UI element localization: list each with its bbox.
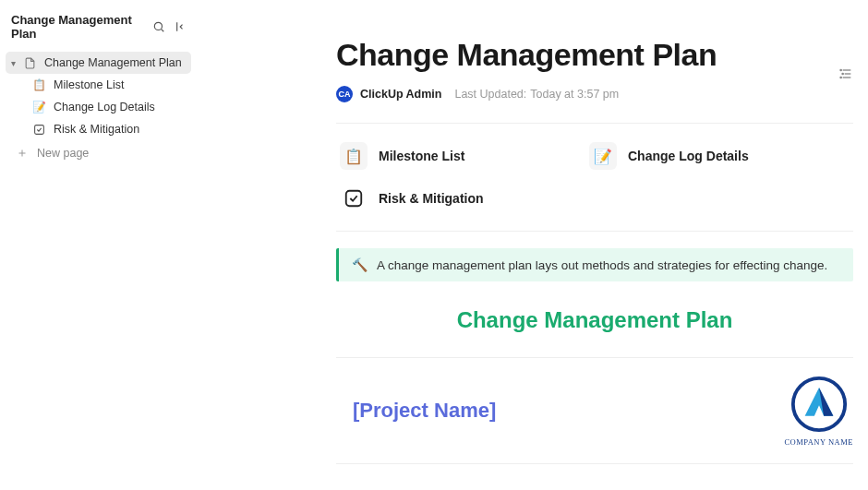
card-label: Milestone List [379,149,464,163]
svg-rect-12 [346,191,362,207]
company-logo: COMPANY NAME [784,375,853,447]
sidebar-item-milestone[interactable]: 📋 Milestone List [6,74,191,96]
clipboard-icon: 📋 [31,78,46,92]
collapse-sidebar-icon[interactable] [171,18,187,35]
new-page-label: New page [37,147,89,160]
sidebar-item-changelog[interactable]: 📝 Change Log Details [6,96,191,118]
outline-icon[interactable] [837,65,855,83]
page-title[interactable]: Change Management Plan [336,37,853,73]
sidebar-item-label: Milestone List [54,78,124,91]
svg-point-10 [842,73,843,74]
card-milestone[interactable]: 📋 Milestone List [336,135,567,177]
divider [336,463,853,464]
project-name-placeholder[interactable]: [Project Name] [353,399,496,423]
workspace-title: Change Management Plan [11,13,147,41]
logo-icon [790,375,849,434]
new-page-button[interactable]: New page [6,142,191,164]
sidebar-item-label: Risk & Mitigation [54,123,139,136]
card-changelog[interactable]: 📝 Change Log Details [585,135,816,177]
card-label: Change Log Details [628,149,749,163]
card-label: Risk & Mitigation [379,191,484,206]
sidebar-item-label: Change Log Details [54,101,155,114]
memo-icon: 📝 [589,142,617,170]
subpage-cards: 📋 Milestone List 📝 Change Log Details Ri… [336,124,853,231]
last-updated-label: Last Updated: [454,88,526,101]
main-content: Change Management Plan CA ClickUp Admin … [198,0,868,490]
doc-icon [22,55,37,70]
sidebar-item-risk[interactable]: Risk & Mitigation [6,118,191,140]
checkbox-icon [340,185,368,212]
checkbox-icon [31,122,46,137]
svg-point-9 [840,69,841,70]
memo-icon: 📝 [31,100,46,114]
sidebar-item-root[interactable]: ▾ Change Management Plan [6,52,191,74]
sidebar-nav: ▾ Change Management Plan 📋 Milestone Lis… [0,48,197,164]
divider [336,231,853,232]
svg-line-1 [162,30,164,32]
section-heading[interactable]: Change Management Plan [336,307,853,333]
callout[interactable]: 🔨 A change management plan lays out meth… [336,248,853,281]
svg-point-0 [154,22,162,30]
company-name: COMPANY NAME [784,437,853,447]
page-meta: CA ClickUp Admin Last Updated: Today at … [336,86,853,102]
search-icon[interactable] [151,18,167,35]
callout-text: A change management plan lays out method… [377,258,827,272]
avatar[interactable]: CA [336,86,353,102]
svg-rect-3 [34,125,43,134]
author-name[interactable]: ClickUp Admin [360,88,441,101]
svg-point-11 [840,77,841,78]
last-updated-value: Today at 3:57 pm [530,88,619,101]
sidebar-header: Change Management Plan [0,7,197,48]
card-risk[interactable]: Risk & Mitigation [336,177,567,220]
sidebar-item-label: Change Management Plan [44,56,182,69]
plus-icon [15,146,30,161]
sidebar: Change Management Plan ▾ Change Manageme… [0,0,198,490]
clipboard-icon: 📋 [340,142,368,170]
project-row: [Project Name] COMPANY NAME [336,358,853,463]
caret-down-icon[interactable]: ▾ [11,58,20,68]
hammer-icon: 🔨 [352,257,368,272]
